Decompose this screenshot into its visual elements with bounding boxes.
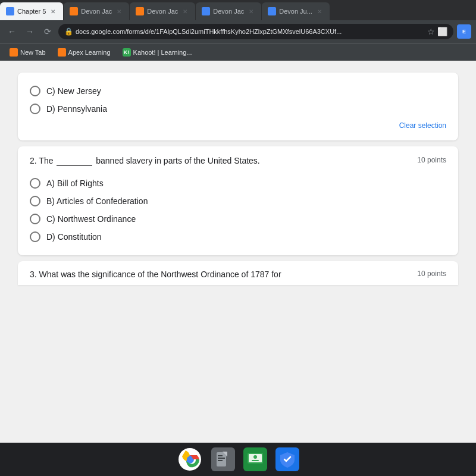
bookmark-label-kahoot: Kahoot! | Learning... [133,49,192,56]
q2-option-a[interactable]: A) Bill of Rights [30,174,446,192]
cast-icon[interactable]: ⬜ [437,27,447,36]
tab-close-devon2[interactable]: ✕ [181,7,189,15]
tab-devon3[interactable]: Devon Jac ✕ [196,2,261,20]
bookmark-icon-kahoot: K! [123,48,131,57]
taskbar-shield[interactable] [275,447,299,471]
tab-label-chapter5: Chapter 5 [17,8,46,15]
tab-close-chapter5[interactable]: ✕ [49,7,57,15]
question3-points: 10 points [417,270,446,279]
q2-text-before: The [39,156,53,165]
address-bar[interactable]: 🔒 docs.google.com/forms/d/e/1FAlpQLSdi2u… [58,24,453,39]
lock-icon: 🔒 [64,27,73,36]
tab-label-devon3: Devon Jac [213,8,244,15]
q2-radio-b[interactable] [30,196,40,206]
q2-option-c[interactable]: C) Northwest Ordinance [30,210,446,228]
svg-rect-6 [218,460,223,461]
bookmark-apex[interactable]: Apex Learning [53,46,115,58]
bookmark-kahoot[interactable]: K! Kahoot! | Learning... [118,46,197,58]
question3-header: 3. What was the significance of the Nort… [30,270,446,279]
svg-rect-5 [218,458,225,459]
bookmark-icon-apex [58,48,66,57]
page-scroll-area: C) New Jersey D) Pennsylvania Clear sele… [0,61,476,291]
question1-card: C) New Jersey D) Pennsylvania Clear sele… [18,73,458,140]
chrome-icon [178,448,201,471]
q2-label-d: D) Constitution [46,232,102,242]
q2-option-d[interactable]: D) Constitution [30,228,446,246]
tab-close-devon1[interactable]: ✕ [115,7,123,15]
q2-label-c: C) Northwest Ordinance [46,214,136,224]
tab-icon-devon1 [70,7,78,15]
taskbar-chrome[interactable] [177,446,203,472]
address-text: docs.google.com/forms/d/e/1FAlpQLSdi2umi… [76,28,425,35]
question2-header: 2. The banned slavery in parts of the Un… [30,156,446,166]
q2-radio-d[interactable] [30,231,40,242]
reload-button[interactable]: ⟳ [40,24,55,39]
question3-partial-text: 3. What was the significance of the Nort… [30,270,281,279]
q1-label-c: C) New Jersey [46,86,101,96]
q1-option-c[interactable]: C) New Jersey [30,82,446,100]
question2-blank [57,156,92,166]
extensions-area: E [457,24,471,39]
question3-card-partial: 3. What was the significance of the Nort… [18,261,458,285]
q1-radio-d[interactable] [30,104,40,114]
question2-number: 2. [30,156,37,165]
svg-point-10 [253,455,257,459]
q1-radio-c[interactable] [30,86,40,96]
extension-button[interactable]: E [457,24,471,39]
question2-card: 2. The banned slavery in parts of the Un… [18,146,458,255]
q1-option-d[interactable]: D) Pennsylvania [30,100,446,118]
tab-label-devon1: Devon Jac [81,8,112,15]
bookmark-label-apex: Apex Learning [68,49,111,56]
question2-text: 2. The banned slavery in parts of the Un… [30,156,410,166]
main-area: C) New Jersey D) Pennsylvania Clear sele… [0,61,476,443]
star-icon[interactable]: ☆ [427,27,435,36]
bookmark-newtab[interactable]: New Tab [5,46,51,58]
svg-rect-11 [252,460,259,461]
files-icon [214,450,232,468]
tab-chapter5[interactable]: Chapter 5 ✕ [0,2,63,20]
bookmark-label-newtab: New Tab [20,49,46,56]
bookmark-icon-newtab [10,48,18,57]
classroom-icon [246,450,264,468]
shield-icon [278,450,296,468]
q2-radio-c[interactable] [30,214,40,224]
back-button[interactable]: ← [5,24,19,39]
q2-radio-a[interactable] [30,178,40,189]
question2-points: 10 points [417,156,446,164]
taskbar-classroom[interactable] [243,447,267,471]
tab-label-devon2: Devon Jac [147,8,178,15]
tab-icon-devon3 [202,7,210,15]
tab-icon-chapter5 [6,7,14,15]
tab-bar: Chapter 5 ✕ Devon Jac ✕ Devon Jac ✕ Devo… [0,0,476,20]
tab-devon4[interactable]: Devon Ju... ✕ [262,2,330,20]
q2-label-a: A) Bill of Rights [46,178,104,188]
address-bar-row: ← → ⟳ 🔒 docs.google.com/forms/d/e/1FAlpQ… [0,20,476,43]
tab-label-devon4: Devon Ju... [279,8,312,15]
tab-icon-devon2 [136,7,144,15]
taskbar [0,443,476,476]
forward-button[interactable]: → [23,24,37,39]
q2-label-b: B) Articles of Confederation [46,196,148,206]
tab-close-devon3[interactable]: ✕ [247,7,255,15]
svg-point-2 [187,456,193,462]
tab-devon1[interactable]: Devon Jac ✕ [64,2,129,20]
q2-option-b[interactable]: B) Articles of Confederation [30,192,446,210]
tab-close-devon4[interactable]: ✕ [315,7,324,15]
clear-selection-q1[interactable]: Clear selection [30,118,446,131]
question2-text-after: banned slavery in parts of the United St… [96,156,260,165]
tab-devon2[interactable]: Devon Jac ✕ [130,2,195,20]
browser-chrome: Chapter 5 ✕ Devon Jac ✕ Devon Jac ✕ Devo… [0,0,476,61]
taskbar-files[interactable] [211,447,235,471]
q1-label-d: D) Pennsylvania [46,104,107,114]
tab-icon-devon4 [268,7,276,15]
bookmarks-bar: New Tab Apex Learning K! Kahoot! | Learn… [0,43,476,61]
